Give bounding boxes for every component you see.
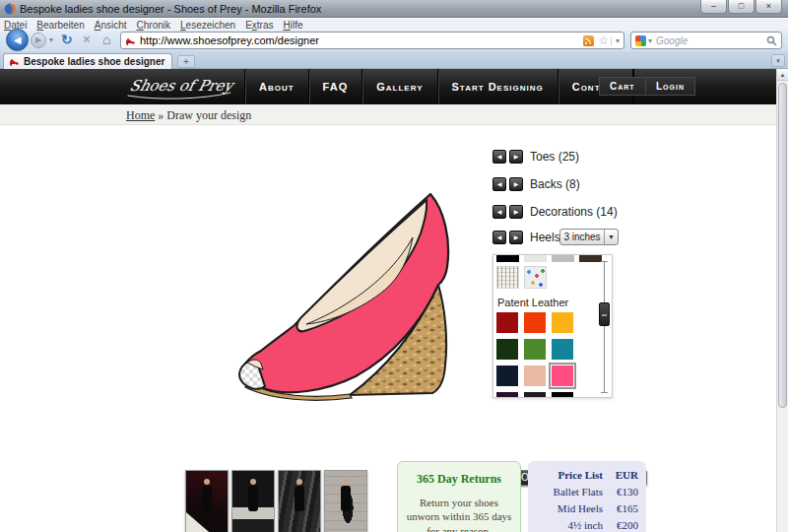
color-swatch-partial[interactable] [496, 255, 519, 262]
forward-button[interactable]: ▶ [31, 33, 46, 48]
color-swatch-partial[interactable] [552, 255, 574, 262]
gallery-thumbnail-1[interactable] [185, 470, 229, 532]
history-dropdown-icon[interactable]: ▾ [49, 35, 53, 44]
color-swatch-partial[interactable] [524, 255, 547, 262]
shoe-design-canvas[interactable] [202, 172, 468, 404]
logo-text: Shoes of Prey [128, 77, 237, 95]
breadcrumb-home-link[interactable]: Home [126, 108, 155, 122]
decorations-next-button[interactable]: ▶ [509, 205, 523, 219]
nav-item-about[interactable]: About [245, 69, 309, 104]
price-row: Ballet Flats€130 [536, 486, 638, 498]
backs-label: Backs (8) [530, 177, 580, 191]
window-title: Bespoke ladies shoe designer - Shoes of … [20, 3, 321, 15]
color-swatch[interactable] [524, 366, 546, 386]
color-swatch[interactable] [552, 366, 573, 386]
color-swatch[interactable] [496, 392, 518, 398]
page-scrollbar[interactable]: ▲ [776, 69, 788, 532]
reload-button[interactable]: ↻ [61, 32, 73, 47]
breadcrumb-separator: » [158, 108, 164, 122]
menu-hilfe[interactable]: Hilfe [284, 20, 303, 31]
menu-lesezeichen[interactable]: Lesezeichen [180, 20, 235, 31]
stop-button[interactable]: × [83, 32, 91, 46]
list-all-tabs-button[interactable]: ▾ [771, 54, 785, 67]
pattern-swatch-collage[interactable] [524, 266, 547, 289]
color-swatch[interactable] [552, 392, 573, 398]
url-bar[interactable]: http://www.shoesofprey.com/designer ☆ ▾ [120, 32, 624, 49]
price-list-header: Price List EUR [536, 469, 638, 481]
window-titlebar[interactable]: Bespoke ladies shoe designer - Shoes of … [0, 0, 788, 18]
returns-body: Return your shoes unworn within 365 days… [406, 496, 512, 532]
shoes-of-prey-logo[interactable]: Shoes of Prey [116, 70, 244, 103]
toes-prev-button[interactable]: ◀ [492, 150, 506, 164]
color-swatch[interactable] [524, 339, 546, 360]
model-photo-icon [246, 479, 260, 530]
search-input[interactable]: Google [656, 35, 766, 46]
page-viewport: Shoes of Prey About FAQ Gallery Start De… [0, 69, 776, 532]
gallery-thumbnail-2[interactable] [231, 470, 275, 532]
color-swatch[interactable] [496, 312, 518, 333]
firefox-icon [4, 3, 16, 15]
url-text[interactable]: http://www.shoesofprey.com/designer [140, 34, 583, 46]
toes-label: Toes (25) [530, 150, 579, 164]
dropdown-arrow-icon[interactable]: ▼ [604, 230, 618, 244]
tab-favicon-shoe-icon [9, 56, 20, 67]
scrollbar-thumb[interactable] [778, 83, 787, 408]
maximize-button[interactable]: □ [728, 0, 755, 14]
price-list-title: Price List [536, 469, 603, 481]
minimize-button[interactable]: – [700, 0, 727, 14]
backs-prev-button[interactable]: ◀ [492, 177, 506, 191]
heel-height-dropdown[interactable]: 3 inches ▼ [559, 229, 619, 245]
bookmark-star-icon[interactable]: ☆ [598, 33, 609, 47]
nav-item-faq[interactable]: FAQ [309, 69, 363, 104]
menu-extras[interactable]: Extras [245, 20, 273, 31]
scroll-up-icon[interactable]: ▲ [777, 69, 788, 81]
price-row: 4½ inch€200 [536, 519, 638, 531]
rss-feed-icon[interactable] [583, 35, 594, 46]
search-magnifier-icon[interactable] [766, 35, 777, 46]
price-row: Mid Heels€165 [536, 502, 638, 514]
new-tab-button[interactable]: + [177, 55, 195, 68]
pattern-swatch-newsprint[interactable] [496, 266, 519, 289]
breadcrumb: Home » Draw your design [126, 108, 251, 123]
swatch-scrollbar-track[interactable] [604, 261, 605, 393]
color-swatch[interactable] [552, 339, 573, 360]
color-swatch[interactable] [496, 366, 518, 386]
color-swatch[interactable] [496, 339, 518, 360]
returns-info-box: 365 Day Returns Return your shoes unworn… [397, 461, 521, 532]
heels-prev-button[interactable]: ◀ [492, 231, 506, 244]
heels-next-button[interactable]: ▶ [509, 231, 523, 244]
cart-button[interactable]: Cart [599, 77, 646, 96]
backs-next-button[interactable]: ▶ [509, 177, 523, 191]
gallery-thumbnail-3[interactable] [278, 470, 321, 532]
decorations-prev-button[interactable]: ◀ [492, 205, 506, 219]
active-tab[interactable]: Bespoke ladies shoe designer - Shoes... [3, 53, 172, 69]
toes-next-button[interactable]: ▶ [509, 150, 523, 164]
color-swatch-partial[interactable] [579, 255, 602, 262]
url-dropdown-icon[interactable]: ▾ [611, 36, 620, 45]
menu-ansicht[interactable]: Ansicht [95, 20, 127, 31]
menu-chronik[interactable]: Chronik [137, 20, 170, 31]
back-button[interactable]: ◀ [6, 29, 29, 51]
menu-bar: DateiBearbeitenAnsichtChronikLesezeichen… [0, 19, 788, 31]
main-navigation: About FAQ Gallery Start Designing Contac… [244, 69, 634, 104]
gallery-thumbnail-4[interactable] [324, 470, 367, 532]
nav-item-start-designing[interactable]: Start Designing [438, 69, 558, 104]
decorations-label: Decorations (14) [530, 205, 618, 219]
close-button[interactable]: × [755, 0, 782, 14]
material-swatch-panel: Patent Leather [492, 254, 613, 398]
firefox-window: Bespoke ladies shoe designer - Shoes of … [0, 0, 788, 532]
color-swatch[interactable] [552, 312, 573, 333]
search-engine-dropdown-icon[interactable]: ▾ [648, 36, 652, 45]
color-swatch[interactable] [524, 392, 546, 398]
menu-bearbeiten[interactable]: Bearbeiten [36, 20, 84, 31]
site-favicon-shoe-icon [125, 35, 136, 46]
model-photo-icon [339, 479, 353, 530]
selector-decorations: ◀ ▶ Decorations (14) [492, 205, 618, 219]
color-swatch[interactable] [524, 312, 546, 333]
swatch-scrollbar-handle[interactable] [599, 302, 610, 326]
home-button[interactable]: ⌂ [102, 32, 110, 47]
login-button[interactable]: Login [645, 77, 695, 96]
pattern-swatch-row [496, 266, 552, 289]
search-box[interactable]: ▾ Google [630, 32, 782, 49]
nav-item-gallery[interactable]: Gallery [362, 69, 437, 104]
